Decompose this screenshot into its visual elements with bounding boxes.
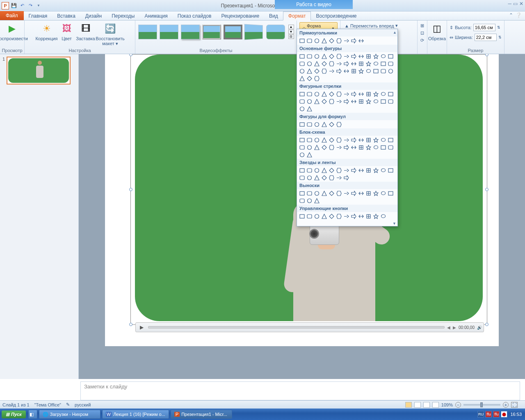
shape-option[interactable] xyxy=(321,213,327,219)
shape-option[interactable] xyxy=(336,144,342,151)
shape-option[interactable] xyxy=(313,53,320,59)
shape-option[interactable] xyxy=(358,53,364,59)
lang-tray-icon[interactable]: RU xyxy=(477,411,484,418)
shape-option[interactable] xyxy=(358,60,364,67)
quick-launch-item[interactable]: ◧ xyxy=(28,410,37,419)
shape-option[interactable] xyxy=(299,53,305,59)
shape-option[interactable] xyxy=(299,105,305,112)
shape-option[interactable] xyxy=(321,167,327,173)
shape-option[interactable] xyxy=(313,60,320,67)
shape-option[interactable] xyxy=(306,144,313,151)
zoom-slider[interactable] xyxy=(463,404,500,406)
shape-option[interactable] xyxy=(299,68,305,74)
shape-option[interactable] xyxy=(380,144,386,151)
shape-option[interactable] xyxy=(387,190,394,196)
shape-option[interactable] xyxy=(299,98,305,105)
shape-option[interactable] xyxy=(306,60,313,67)
tray-icon-2[interactable]: ffu xyxy=(493,411,500,418)
shape-option[interactable] xyxy=(343,60,349,67)
crop-button[interactable]: ◫ Обрезка xyxy=(428,21,446,41)
gallery-up-icon[interactable]: ▲ xyxy=(288,25,294,29)
language-indicator[interactable]: русский xyxy=(75,402,91,407)
resize-handle[interactable] xyxy=(129,323,132,326)
shape-option[interactable] xyxy=(336,137,342,143)
shape-option[interactable] xyxy=(380,91,386,97)
shape-option[interactable] xyxy=(380,53,386,59)
close-icon[interactable]: ✕ xyxy=(519,1,523,7)
shape-option[interactable] xyxy=(336,190,342,196)
shape-option[interactable] xyxy=(328,91,335,97)
taskbar-item-powerpoint[interactable]: PПрезентация1 - Micr... xyxy=(171,410,232,419)
resize-handle[interactable] xyxy=(485,323,488,326)
help-icon[interactable]: ❔ xyxy=(516,12,522,18)
shape-option[interactable] xyxy=(299,60,305,67)
redo-icon[interactable]: ↷ xyxy=(27,2,34,9)
shape-option[interactable] xyxy=(372,53,379,59)
shape-option[interactable] xyxy=(321,37,327,44)
shape-option[interactable] xyxy=(358,144,364,151)
shape-option[interactable] xyxy=(350,137,357,143)
shape-option[interactable] xyxy=(358,137,364,143)
shape-option[interactable] xyxy=(372,144,379,151)
shape-option[interactable] xyxy=(365,68,372,74)
shape-option[interactable] xyxy=(306,75,313,82)
tab-animation[interactable]: Анимация xyxy=(139,12,172,20)
shape-option[interactable] xyxy=(358,190,364,196)
video-style-6[interactable] xyxy=(244,24,262,40)
minimize-ribbon-icon[interactable]: ⌃ xyxy=(509,12,513,18)
shape-option[interactable] xyxy=(299,151,305,158)
volume-icon[interactable]: 🔊 xyxy=(477,325,482,330)
shape-option[interactable] xyxy=(299,121,305,128)
shape-option[interactable] xyxy=(313,68,320,74)
shape-option[interactable] xyxy=(365,53,372,59)
shape-option[interactable] xyxy=(372,60,379,67)
shape-option[interactable] xyxy=(343,137,349,143)
video-style-2[interactable] xyxy=(160,25,178,39)
shape-option[interactable] xyxy=(321,137,327,143)
shape-option[interactable] xyxy=(306,197,313,204)
start-button[interactable]: ⊞Пуск xyxy=(2,411,26,418)
reading-view-button[interactable] xyxy=(423,402,430,408)
tray-icon-1[interactable]: ffu xyxy=(485,411,492,418)
rotate-button[interactable]: ⟳ xyxy=(419,37,426,44)
shape-option[interactable] xyxy=(387,60,394,67)
shape-option[interactable] xyxy=(372,213,379,219)
shape-option[interactable] xyxy=(380,68,386,74)
shape-option[interactable] xyxy=(299,190,305,196)
shape-option[interactable] xyxy=(343,37,349,44)
playback-play-button[interactable]: ▶ xyxy=(137,324,146,331)
shape-option[interactable] xyxy=(321,121,327,128)
shape-option[interactable] xyxy=(350,60,357,67)
tray-icon-3[interactable]: ⬤ xyxy=(501,411,507,418)
shape-option[interactable] xyxy=(328,37,335,44)
play-button[interactable]: ▶ Воспроизвести xyxy=(1,21,23,41)
shape-option[interactable] xyxy=(387,137,394,143)
taskbar-item-browser[interactable]: 🌐Загрузки - Нихром xyxy=(39,410,100,419)
clock[interactable]: 16:53 xyxy=(509,412,523,417)
tab-review[interactable]: Рецензирование xyxy=(216,12,264,20)
shape-option[interactable] xyxy=(358,68,364,74)
shape-option[interactable] xyxy=(306,213,313,219)
color-button[interactable]: 🖼 Цвет xyxy=(59,21,75,46)
shape-option[interactable] xyxy=(380,137,386,143)
shape-option[interactable] xyxy=(306,68,313,74)
shape-option[interactable] xyxy=(387,53,394,59)
shape-option[interactable] xyxy=(321,53,327,59)
shape-option[interactable] xyxy=(336,167,342,173)
shape-option[interactable] xyxy=(321,190,327,196)
shape-option[interactable] xyxy=(350,213,357,219)
align-button[interactable]: ⊞ xyxy=(419,22,426,29)
shape-option[interactable] xyxy=(328,53,335,59)
corrections-button[interactable]: ☀ Коррекция xyxy=(36,21,58,46)
shape-option[interactable] xyxy=(328,167,335,173)
shape-option[interactable] xyxy=(313,197,320,204)
shape-option[interactable] xyxy=(336,98,342,105)
playback-slider[interactable] xyxy=(148,326,445,329)
shape-option[interactable] xyxy=(328,174,335,181)
shape-option[interactable] xyxy=(299,137,305,143)
shape-option[interactable] xyxy=(343,213,349,219)
tab-insert[interactable]: Вставка xyxy=(52,12,80,20)
shape-option[interactable] xyxy=(306,105,313,112)
shape-option[interactable] xyxy=(299,197,305,204)
shape-option[interactable] xyxy=(313,213,320,219)
